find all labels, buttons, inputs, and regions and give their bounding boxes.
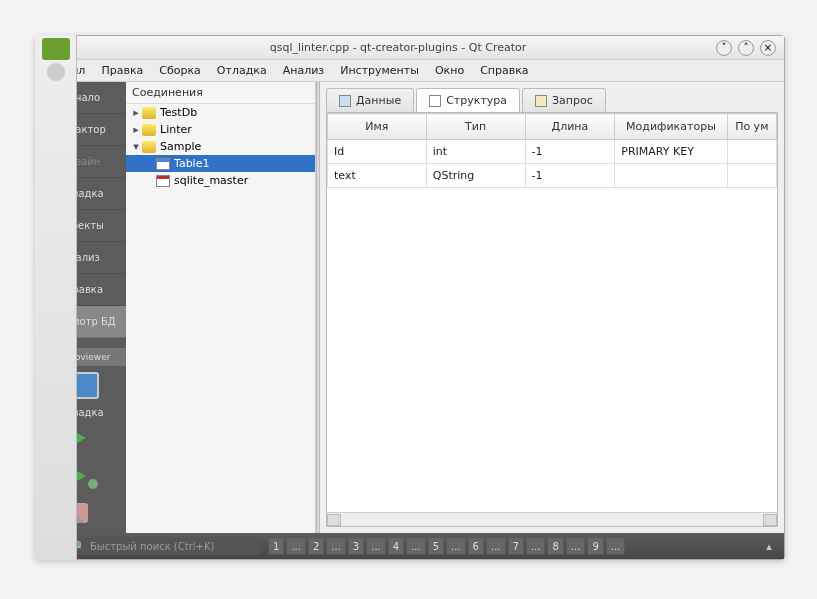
col-len[interactable]: Длина xyxy=(525,114,615,140)
output-pane-button[interactable]: ... xyxy=(286,537,306,555)
twisty-icon[interactable]: ▸ xyxy=(130,123,142,136)
table-row[interactable]: textQString-1 xyxy=(328,164,777,188)
menu-build[interactable]: Сборка xyxy=(152,61,208,80)
output-pane-button[interactable]: 2 xyxy=(308,537,324,555)
output-pane-button[interactable]: 5 xyxy=(428,537,444,555)
menu-window[interactable]: Окно xyxy=(428,61,471,80)
quick-search[interactable]: 🔍 Быстрый поиск (Ctrl+K) xyxy=(64,537,264,555)
maximize-button[interactable]: ˄ xyxy=(738,40,754,56)
structure-table: Имя Тип Длина Модификаторы По ум Idint-1… xyxy=(327,113,777,188)
output-pane-button[interactable]: 6 xyxy=(468,537,484,555)
table-icon xyxy=(429,95,441,107)
tree-db[interactable]: ▸Linter xyxy=(126,121,315,138)
tab-structure[interactable]: Структура xyxy=(416,88,520,112)
output-pane-button[interactable]: ... xyxy=(526,537,546,555)
output-pane-button[interactable]: 8 xyxy=(547,537,563,555)
grid-icon xyxy=(339,95,351,107)
database-icon xyxy=(142,141,156,153)
twisty-icon[interactable]: ▸ xyxy=(130,106,142,119)
twisty-icon[interactable]: ▾ xyxy=(130,140,142,153)
output-pane-button[interactable]: 7 xyxy=(508,537,524,555)
output-pane-button[interactable]: ... xyxy=(566,537,586,555)
menu-edit[interactable]: Правка xyxy=(94,61,150,80)
query-icon xyxy=(535,95,547,107)
os-menu-icon[interactable] xyxy=(42,38,70,60)
menu-help[interactable]: Справка xyxy=(473,61,535,80)
database-icon xyxy=(142,124,156,136)
cell-default xyxy=(727,164,776,188)
cell-mods xyxy=(615,164,727,188)
menu-analyze[interactable]: Анализ xyxy=(276,61,332,80)
tree-db[interactable]: ▾Sample xyxy=(126,138,315,155)
connections-panel: Соединения ▸TestDb▸Linter▾SampleTable1sq… xyxy=(126,82,316,533)
output-pane-button[interactable]: 1 xyxy=(268,537,284,555)
tree-table[interactable]: Table1 xyxy=(126,155,315,172)
close-button[interactable]: × xyxy=(760,40,776,56)
main-window: qsql_linter.cpp - qt-creator-plugins - Q… xyxy=(35,35,785,560)
connections-tree[interactable]: ▸TestDb▸Linter▾SampleTable1sqlite_master xyxy=(126,104,315,533)
table-icon xyxy=(156,158,170,170)
database-icon xyxy=(142,107,156,119)
scroll-left-icon[interactable] xyxy=(327,514,341,526)
output-pane-button[interactable]: ... xyxy=(366,537,386,555)
cell-type: QString xyxy=(426,164,525,188)
cell-name: text xyxy=(328,164,427,188)
connections-header: Соединения xyxy=(126,82,315,104)
tree-label: sqlite_master xyxy=(174,174,248,187)
cell-len: -1 xyxy=(525,164,615,188)
scroll-right-icon[interactable] xyxy=(763,514,777,526)
status-bar: ◧ 🔍 Быстрый поиск (Ctrl+K) 1...2...3...4… xyxy=(36,533,784,559)
output-pane-button[interactable]: 3 xyxy=(348,537,364,555)
h-scrollbar[interactable] xyxy=(327,512,777,526)
tab-data[interactable]: Данные xyxy=(326,88,414,112)
window-title: qsql_linter.cpp - qt-creator-plugins - Q… xyxy=(86,41,710,54)
tab-query[interactable]: Запрос xyxy=(522,88,606,112)
col-mods[interactable]: Модификаторы xyxy=(615,114,727,140)
cell-type: int xyxy=(426,140,525,164)
output-toggle[interactable]: ▴ xyxy=(760,537,778,555)
minimize-button[interactable]: ˅ xyxy=(716,40,732,56)
output-pane-button[interactable]: ... xyxy=(606,537,626,555)
output-pane-button[interactable]: ... xyxy=(446,537,466,555)
col-type[interactable]: Тип xyxy=(426,114,525,140)
output-pane-button[interactable]: ... xyxy=(326,537,346,555)
tree-table[interactable]: sqlite_master xyxy=(126,172,315,189)
tree-label: Table1 xyxy=(174,157,209,170)
cell-mods: PRIMARY KEY xyxy=(615,140,727,164)
col-default[interactable]: По ум xyxy=(727,114,776,140)
output-pane-button[interactable]: ... xyxy=(406,537,426,555)
tree-label: Sample xyxy=(160,140,201,153)
output-pane-button[interactable]: 4 xyxy=(388,537,404,555)
menu-debug[interactable]: Отладка xyxy=(210,61,274,80)
table-row[interactable]: Idint-1PRIMARY KEY xyxy=(328,140,777,164)
col-name[interactable]: Имя xyxy=(328,114,427,140)
output-pane-button[interactable]: 9 xyxy=(587,537,603,555)
menu-tools[interactable]: Инструменты xyxy=(333,61,426,80)
cell-name: Id xyxy=(328,140,427,164)
menubar: Файл Правка Сборка Отладка Анализ Инстру… xyxy=(36,60,784,82)
cell-len: -1 xyxy=(525,140,615,164)
tree-label: TestDb xyxy=(160,106,197,119)
tree-label: Linter xyxy=(160,123,192,136)
os-app-icon[interactable] xyxy=(47,63,65,81)
output-pane-button[interactable]: ... xyxy=(486,537,506,555)
tree-db[interactable]: ▸TestDb xyxy=(126,104,315,121)
main-pane: Данные Структура Запрос Имя Тип Длина Мо… xyxy=(320,82,784,533)
cell-default xyxy=(727,140,776,164)
table-icon xyxy=(156,175,170,187)
search-placeholder: Быстрый поиск (Ctrl+K) xyxy=(90,541,214,552)
